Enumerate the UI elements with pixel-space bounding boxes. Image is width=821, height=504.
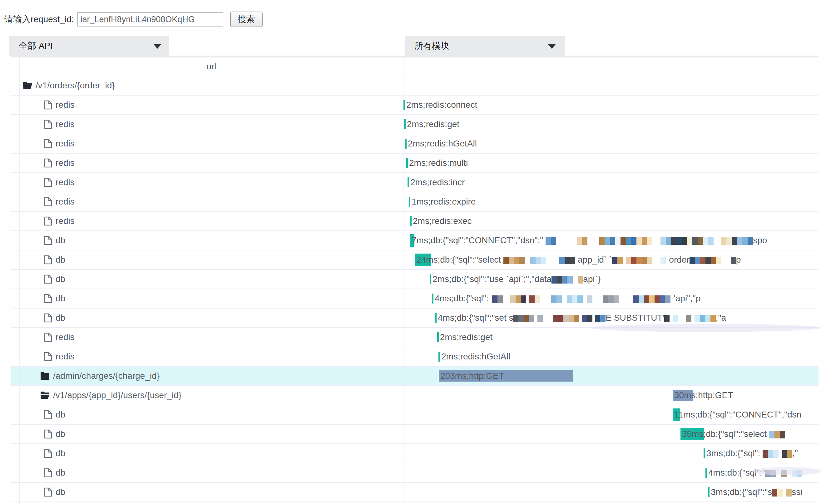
- expand-cell: [11, 154, 20, 173]
- redaction-mosaic: [603, 295, 608, 303]
- timeline-text: 30ms;http:GET: [674, 390, 733, 400]
- timeline-cell: 3ms;db:{"sql":"sssi: [403, 483, 819, 502]
- trace-leaf-row[interactable]: redis2ms;redis:connect: [11, 96, 819, 115]
- url-label: redis: [56, 197, 75, 207]
- trace-leaf-row[interactable]: db4ms;db:{"sql":'api","p: [11, 289, 819, 309]
- timeline-cell: 203ms;http:GET: [403, 367, 819, 386]
- timeline-cell: 2ms;redis:multi: [403, 154, 819, 173]
- redaction-mosaic: [769, 431, 774, 438]
- timeline-text: 2ms;db:{"sql":"use `api`;","data: [433, 274, 551, 284]
- trace-leaf-row[interactable]: db2ms;db:{"sql":"use `api`;","dataapi`}: [11, 270, 819, 289]
- timeline-cell: 7ms;db:{"sql":"CONNECT","dsn":"spo: [403, 231, 819, 250]
- trace-leaf-row[interactable]: db4ms;db:{"sql":": [11, 463, 819, 483]
- timeline-entry: 11ms;db:{"sql":"CONNECT","dsn: [674, 410, 801, 420]
- redaction-mosaic: [615, 237, 621, 245]
- trace-leaf-row[interactable]: redis2ms;redis:hGetAll: [11, 134, 819, 154]
- redaction-mosaic: [631, 257, 636, 264]
- redaction-mosaic: [687, 237, 692, 245]
- redaction-mosaic: [633, 295, 639, 303]
- tree-folder-row[interactable]: /v1/apps/{app_id}/users/{user_id}30ms;ht…: [11, 386, 819, 405]
- redaction-mosaic: [644, 295, 649, 303]
- redaction-mosaic: [692, 237, 698, 245]
- redaction-mosaic: [626, 257, 631, 264]
- duration-bar: [438, 352, 440, 362]
- url-cell: redis: [20, 173, 403, 192]
- timeline-entry: 30ms;http:GET: [674, 390, 733, 400]
- redaction-mosaic: [518, 315, 524, 322]
- tree-folder-row[interactable]: /admin/charges/{charge_id}203ms;http:GET: [11, 367, 819, 386]
- duration-bar: [404, 119, 406, 129]
- tree-folder-row[interactable]: /v1/orders/{order_id}: [11, 76, 819, 96]
- trace-leaf-row[interactable]: db7ms;db:{"sql":"CONNECT","dsn":"spo: [11, 231, 819, 250]
- timeline-entry: 2ms;redis:get: [407, 119, 459, 129]
- chevron-down-icon: [154, 44, 161, 49]
- url-cell: redis: [20, 154, 403, 173]
- redaction-mosaic: [546, 237, 551, 245]
- mosaic-gap: [540, 299, 551, 299]
- mosaic-gap: [583, 299, 587, 299]
- url-label: redis: [56, 332, 75, 342]
- mosaic-gap: [623, 260, 626, 261]
- trace-leaf-row[interactable]: db11ms;db:{"sql":"CONNECT","dsn: [11, 405, 819, 425]
- timeline-entry: 24ms;db:{"sql":"select app_id` `orderp: [416, 255, 741, 265]
- mosaic-gap: [579, 318, 582, 319]
- redaction-mosaic: [513, 315, 518, 322]
- folder-open-icon: [22, 81, 32, 90]
- redaction-mosaic: [768, 450, 773, 458]
- trace-leaf-row[interactable]: db3ms;db:{"sql":"sssi: [11, 483, 819, 502]
- trace-leaf-row[interactable]: redis1ms;redis:expire: [11, 192, 819, 212]
- timeline-text: ssi: [792, 487, 802, 497]
- expand-cell: [11, 212, 20, 231]
- redaction-mosaic: [647, 237, 652, 245]
- search-button[interactable]: 搜索: [230, 12, 263, 27]
- url-cell: redis: [20, 212, 403, 231]
- mosaic-gap: [592, 318, 595, 319]
- api-filter-dropdown[interactable]: 全部 API: [9, 36, 169, 56]
- doc-icon: [44, 410, 52, 420]
- trace-leaf-row[interactable]: db4ms;db:{"sql":"select `o: [11, 502, 819, 504]
- request-id-input[interactable]: [77, 12, 223, 27]
- redaction-mosaic: [647, 257, 652, 264]
- url-label: redis: [56, 100, 75, 110]
- trace-leaf-row[interactable]: redis2ms;redis:exec: [11, 212, 819, 231]
- trace-table: url /v1/orders/{order_id}redis2ms;redis:…: [11, 56, 819, 504]
- url-label: redis: [56, 139, 75, 149]
- doc-icon: [44, 119, 52, 129]
- trace-leaf-row[interactable]: redis2ms;redis:get: [11, 115, 819, 134]
- duration-bar: [437, 332, 439, 342]
- mosaic-gap: [714, 241, 721, 241]
- trace-leaf-row[interactable]: redis2ms;redis:multi: [11, 154, 819, 173]
- redaction-mosaic: [536, 257, 541, 264]
- trace-leaf-row[interactable]: db24ms;db:{"sql":"select app_id` `orderp: [11, 250, 819, 270]
- redaction-mosaic: [732, 237, 737, 245]
- trace-leaf-row[interactable]: db35ms;db:{"sql":"select: [11, 425, 819, 444]
- url-cell: db: [20, 250, 403, 270]
- module-filter-dropdown[interactable]: 所有模块: [405, 36, 565, 56]
- redaction-mosaic: [563, 315, 569, 322]
- mosaic-gap: [546, 260, 559, 261]
- url-label: db: [56, 429, 65, 439]
- redaction-mosaic: [671, 237, 676, 245]
- redaction-mosaic: [737, 237, 742, 245]
- redaction-mosaic: [772, 489, 777, 497]
- redaction-mosaic: [567, 276, 573, 284]
- mosaic-gap: [691, 318, 695, 319]
- expand-cell: [11, 502, 20, 504]
- redaction-mosaic: [510, 295, 516, 303]
- url-cell: /v1/orders/{order_id}: [20, 76, 403, 96]
- timeline-text: 7ms;db:{"sql":"CONNECT","dsn":": [412, 235, 543, 245]
- trace-leaf-row[interactable]: redis2ms;redis:hGetAll: [11, 347, 819, 367]
- redaction-mosaic: [577, 295, 583, 303]
- trace-leaf-row[interactable]: redis2ms;redis:incr: [11, 173, 819, 192]
- redaction-mosaic: [569, 315, 574, 322]
- timeline-entry: 2ms;redis:get: [440, 332, 492, 342]
- url-cell: db: [20, 425, 403, 444]
- redaction-mosaic: [700, 315, 705, 322]
- trace-leaf-row[interactable]: db3ms;db:{"sql": ,": [11, 444, 819, 463]
- redaction-mosaic: [524, 315, 529, 322]
- redaction-mosaic: [695, 257, 700, 264]
- expand-cell: [11, 173, 20, 192]
- redaction-mosaic: [617, 257, 623, 264]
- timeline-text: 2ms;redis:hGetAll: [408, 139, 477, 148]
- redaction-mosaic: [705, 315, 710, 322]
